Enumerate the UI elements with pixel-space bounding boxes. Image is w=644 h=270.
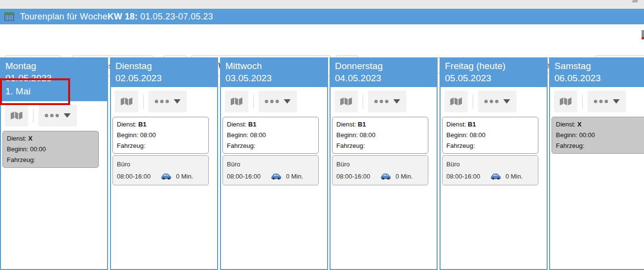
beginn-line: Beginn: 00:00 bbox=[556, 130, 644, 141]
buero-title: Büro bbox=[336, 158, 424, 170]
fahrzeug-line: Fahrzeug: bbox=[117, 141, 204, 151]
clipped-toolbar-icon bbox=[642, 30, 644, 39]
window-top-strip bbox=[0, 0, 644, 9]
buero-time: 08:00-16:00 bbox=[446, 170, 480, 182]
ellipsis-icon bbox=[484, 100, 498, 103]
mini-separator bbox=[33, 109, 34, 123]
car-icon bbox=[490, 173, 501, 180]
mini-separator bbox=[363, 95, 363, 108]
dienst-line: Dienst: B1 bbox=[227, 119, 314, 130]
day-name: Montag bbox=[5, 60, 103, 72]
fahrzeug-line: Fahrzeug: bbox=[227, 141, 314, 151]
more-actions-dropdown-button[interactable] bbox=[588, 90, 626, 112]
beginn-line: Beginn: 08:00 bbox=[227, 130, 314, 141]
dienst-card[interactable]: Dienst: XBeginn: 00:00Fahrzeug: bbox=[552, 117, 644, 154]
day-column-toolbar bbox=[554, 90, 644, 112]
dienst-card[interactable]: Dienst: B1Beginn: 08:00Fahrzeug: bbox=[332, 117, 428, 154]
ellipsis-icon bbox=[45, 114, 59, 117]
dienst-line: Dienst: B1 bbox=[117, 119, 204, 130]
map-button[interactable] bbox=[225, 90, 248, 112]
beginn-line: Beginn: 08:00 bbox=[336, 130, 424, 141]
map-icon bbox=[340, 97, 352, 106]
dienst-card[interactable]: Dienst: B1Beginn: 08:00Fahrzeug: bbox=[442, 117, 538, 154]
buero-time-row: 08:00-16:00 0 Min. bbox=[336, 170, 424, 182]
dienst-card[interactable]: Dienst: B1Beginn: 08:00Fahrzeug: bbox=[222, 117, 319, 154]
map-icon bbox=[120, 97, 133, 106]
buero-card[interactable]: Büro08:00-16:00 0 Min. bbox=[332, 155, 428, 185]
buero-drive-minutes: 0 Min. bbox=[286, 170, 303, 182]
car-icon bbox=[161, 173, 171, 180]
map-button[interactable] bbox=[444, 90, 468, 112]
dienst-value: X bbox=[577, 121, 582, 128]
ellipsis-icon bbox=[155, 100, 169, 103]
more-actions-dropdown-button[interactable] bbox=[258, 90, 297, 112]
dienst-line: Dienst: X bbox=[556, 119, 644, 130]
dienst-value: B1 bbox=[358, 121, 366, 128]
buero-title: Büro bbox=[117, 158, 204, 170]
fahrzeug-line: Fahrzeug: bbox=[556, 141, 644, 151]
map-icon bbox=[230, 97, 243, 106]
day-column-header: Samstag 06.05.2023 bbox=[550, 58, 644, 87]
day-name: Dienstag bbox=[115, 60, 213, 72]
beginn-line: Beginn: 00:00 bbox=[7, 144, 94, 155]
day-column-toolbar bbox=[5, 105, 107, 126]
day-column-header: Donnerstag 04.05.2023 bbox=[331, 58, 437, 87]
buero-time: 08:00-16:00 bbox=[117, 170, 150, 182]
day-column-toolbar bbox=[334, 90, 437, 112]
page-title-week: KW 18: bbox=[108, 12, 138, 22]
day-column-toolbar bbox=[225, 90, 327, 112]
dienst-value: X bbox=[28, 135, 33, 142]
buero-time-row: 08:00-16:00 0 Min. bbox=[446, 170, 534, 182]
chevron-down-icon bbox=[284, 99, 291, 104]
map-icon bbox=[559, 97, 572, 106]
annotation-rectangle bbox=[0, 78, 70, 105]
dienst-value: B1 bbox=[248, 121, 257, 128]
toolbar: Ändern Wochensicht KW 18: 01.05.23-07 bbox=[0, 24, 644, 56]
ellipsis-icon bbox=[374, 100, 388, 103]
mini-separator bbox=[253, 95, 254, 108]
window-control-partial-icon bbox=[632, 0, 638, 2]
day-name: Donnerstag bbox=[335, 60, 432, 72]
more-actions-dropdown-button[interactable] bbox=[478, 90, 516, 112]
map-button[interactable] bbox=[334, 90, 358, 112]
title-bar: Tourenplan für Woche KW 18: 01.05.23-07.… bbox=[0, 9, 644, 24]
buero-card[interactable]: Büro08:00-16:00 0 Min. bbox=[442, 155, 538, 185]
day-column-toolbar bbox=[115, 90, 217, 112]
chevron-down-icon bbox=[613, 99, 620, 104]
more-actions-dropdown-button[interactable] bbox=[368, 90, 406, 112]
mini-separator bbox=[473, 95, 473, 108]
buero-time-row: 08:00-16:00 0 Min. bbox=[227, 170, 314, 182]
fahrzeug-line: Fahrzeug: bbox=[446, 141, 534, 151]
page-title-range: 01.05.23-07.05.23 bbox=[138, 12, 213, 22]
ellipsis-icon bbox=[265, 100, 279, 103]
day-column: Freitag (heute) 05.05.2023 Dienst: B1Beg… bbox=[440, 57, 548, 270]
day-column-header: Dienstag 02.05.2023 bbox=[111, 58, 217, 87]
buero-time: 08:00-16:00 bbox=[227, 170, 260, 182]
dienst-line: Dienst: B1 bbox=[446, 119, 534, 130]
mini-separator bbox=[582, 95, 583, 108]
more-actions-dropdown-button[interactable] bbox=[38, 105, 77, 126]
buero-title: Büro bbox=[446, 158, 534, 170]
day-column-toolbar bbox=[444, 90, 547, 112]
chevron-down-icon bbox=[393, 99, 400, 104]
dienst-card[interactable]: Dienst: B1Beginn: 08:00Fahrzeug: bbox=[112, 117, 209, 154]
map-button[interactable] bbox=[5, 105, 28, 126]
map-button[interactable] bbox=[554, 90, 577, 112]
day-name: Samstag bbox=[554, 60, 641, 72]
map-button[interactable] bbox=[115, 90, 138, 112]
dienst-line: Dienst: B1 bbox=[336, 119, 424, 130]
car-icon bbox=[271, 173, 281, 180]
day-column-header: Freitag (heute) 05.05.2023 bbox=[441, 58, 547, 87]
dienst-line: Dienst: X bbox=[7, 133, 94, 144]
buero-card[interactable]: Büro08:00-16:00 0 Min. bbox=[112, 155, 209, 185]
buero-card[interactable]: Büro08:00-16:00 0 Min. bbox=[222, 155, 319, 185]
more-actions-dropdown-button[interactable] bbox=[148, 90, 187, 112]
dienst-card[interactable]: Dienst: XBeginn: 00:00Fahrzeug: bbox=[2, 131, 99, 168]
day-name: Mittwoch bbox=[225, 60, 323, 72]
buero-time-row: 08:00-16:00 0 Min. bbox=[117, 170, 204, 182]
buero-title: Büro bbox=[227, 158, 314, 170]
buero-drive-minutes: 0 Min. bbox=[505, 170, 522, 182]
day-column: Samstag 06.05.2023 Dienst: XBeginn: 00:0… bbox=[549, 57, 644, 270]
fahrzeug-line: Fahrzeug: bbox=[336, 141, 424, 151]
chevron-down-icon bbox=[64, 113, 71, 118]
